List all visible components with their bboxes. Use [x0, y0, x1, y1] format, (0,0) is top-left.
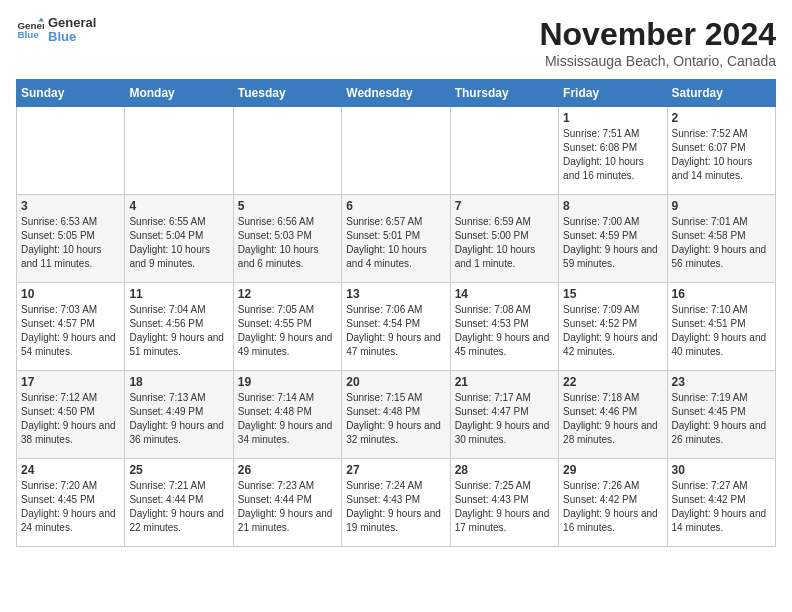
day-info: Sunrise: 7:09 AM Sunset: 4:52 PM Dayligh… — [563, 303, 662, 359]
day-cell: 13Sunrise: 7:06 AM Sunset: 4:54 PM Dayli… — [342, 283, 450, 371]
header: General Blue General Blue November 2024 … — [16, 16, 776, 69]
day-number: 18 — [129, 375, 228, 389]
day-info: Sunrise: 7:21 AM Sunset: 4:44 PM Dayligh… — [129, 479, 228, 535]
day-cell: 29Sunrise: 7:26 AM Sunset: 4:42 PM Dayli… — [559, 459, 667, 547]
week-row-4: 17Sunrise: 7:12 AM Sunset: 4:50 PM Dayli… — [17, 371, 776, 459]
day-cell: 24Sunrise: 7:20 AM Sunset: 4:45 PM Dayli… — [17, 459, 125, 547]
day-number: 5 — [238, 199, 337, 213]
day-info: Sunrise: 7:26 AM Sunset: 4:42 PM Dayligh… — [563, 479, 662, 535]
day-number: 28 — [455, 463, 554, 477]
day-cell: 23Sunrise: 7:19 AM Sunset: 4:45 PM Dayli… — [667, 371, 775, 459]
day-info: Sunrise: 7:18 AM Sunset: 4:46 PM Dayligh… — [563, 391, 662, 447]
calendar-table: SundayMondayTuesdayWednesdayThursdayFrid… — [16, 79, 776, 547]
weekday-header-thursday: Thursday — [450, 80, 558, 107]
title-area: November 2024 Mississauga Beach, Ontario… — [539, 16, 776, 69]
day-info: Sunrise: 6:59 AM Sunset: 5:00 PM Dayligh… — [455, 215, 554, 271]
day-cell: 11Sunrise: 7:04 AM Sunset: 4:56 PM Dayli… — [125, 283, 233, 371]
weekday-header-wednesday: Wednesday — [342, 80, 450, 107]
day-info: Sunrise: 6:55 AM Sunset: 5:04 PM Dayligh… — [129, 215, 228, 271]
svg-text:Blue: Blue — [17, 30, 39, 41]
day-cell — [450, 107, 558, 195]
day-number: 24 — [21, 463, 120, 477]
day-info: Sunrise: 7:03 AM Sunset: 4:57 PM Dayligh… — [21, 303, 120, 359]
day-number: 30 — [672, 463, 771, 477]
day-number: 1 — [563, 111, 662, 125]
day-cell: 26Sunrise: 7:23 AM Sunset: 4:44 PM Dayli… — [233, 459, 341, 547]
day-number: 20 — [346, 375, 445, 389]
day-cell: 10Sunrise: 7:03 AM Sunset: 4:57 PM Dayli… — [17, 283, 125, 371]
day-number: 19 — [238, 375, 337, 389]
day-info: Sunrise: 7:15 AM Sunset: 4:48 PM Dayligh… — [346, 391, 445, 447]
weekday-header-saturday: Saturday — [667, 80, 775, 107]
day-info: Sunrise: 6:57 AM Sunset: 5:01 PM Dayligh… — [346, 215, 445, 271]
day-info: Sunrise: 6:53 AM Sunset: 5:05 PM Dayligh… — [21, 215, 120, 271]
day-info: Sunrise: 7:27 AM Sunset: 4:42 PM Dayligh… — [672, 479, 771, 535]
day-info: Sunrise: 6:56 AM Sunset: 5:03 PM Dayligh… — [238, 215, 337, 271]
day-cell: 4Sunrise: 6:55 AM Sunset: 5:04 PM Daylig… — [125, 195, 233, 283]
day-cell: 30Sunrise: 7:27 AM Sunset: 4:42 PM Dayli… — [667, 459, 775, 547]
day-number: 12 — [238, 287, 337, 301]
week-row-2: 3Sunrise: 6:53 AM Sunset: 5:05 PM Daylig… — [17, 195, 776, 283]
day-number: 21 — [455, 375, 554, 389]
day-number: 11 — [129, 287, 228, 301]
weekday-header-tuesday: Tuesday — [233, 80, 341, 107]
day-info: Sunrise: 7:10 AM Sunset: 4:51 PM Dayligh… — [672, 303, 771, 359]
day-info: Sunrise: 7:06 AM Sunset: 4:54 PM Dayligh… — [346, 303, 445, 359]
weekday-header-sunday: Sunday — [17, 80, 125, 107]
day-info: Sunrise: 7:05 AM Sunset: 4:55 PM Dayligh… — [238, 303, 337, 359]
day-number: 17 — [21, 375, 120, 389]
logo-icon: General Blue — [16, 16, 44, 44]
day-number: 6 — [346, 199, 445, 213]
week-row-3: 10Sunrise: 7:03 AM Sunset: 4:57 PM Dayli… — [17, 283, 776, 371]
logo-text: General Blue — [48, 16, 96, 45]
day-number: 8 — [563, 199, 662, 213]
day-cell — [17, 107, 125, 195]
day-cell: 18Sunrise: 7:13 AM Sunset: 4:49 PM Dayli… — [125, 371, 233, 459]
day-info: Sunrise: 7:04 AM Sunset: 4:56 PM Dayligh… — [129, 303, 228, 359]
day-number: 13 — [346, 287, 445, 301]
day-number: 7 — [455, 199, 554, 213]
day-cell: 7Sunrise: 6:59 AM Sunset: 5:00 PM Daylig… — [450, 195, 558, 283]
day-info: Sunrise: 7:23 AM Sunset: 4:44 PM Dayligh… — [238, 479, 337, 535]
day-info: Sunrise: 7:00 AM Sunset: 4:59 PM Dayligh… — [563, 215, 662, 271]
day-info: Sunrise: 7:12 AM Sunset: 4:50 PM Dayligh… — [21, 391, 120, 447]
day-number: 4 — [129, 199, 228, 213]
day-info: Sunrise: 7:14 AM Sunset: 4:48 PM Dayligh… — [238, 391, 337, 447]
day-info: Sunrise: 7:17 AM Sunset: 4:47 PM Dayligh… — [455, 391, 554, 447]
day-number: 9 — [672, 199, 771, 213]
weekday-header-monday: Monday — [125, 80, 233, 107]
day-info: Sunrise: 7:19 AM Sunset: 4:45 PM Dayligh… — [672, 391, 771, 447]
week-row-5: 24Sunrise: 7:20 AM Sunset: 4:45 PM Dayli… — [17, 459, 776, 547]
logo: General Blue General Blue — [16, 16, 96, 45]
day-number: 27 — [346, 463, 445, 477]
day-number: 14 — [455, 287, 554, 301]
day-cell: 3Sunrise: 6:53 AM Sunset: 5:05 PM Daylig… — [17, 195, 125, 283]
day-info: Sunrise: 7:01 AM Sunset: 4:58 PM Dayligh… — [672, 215, 771, 271]
day-cell: 28Sunrise: 7:25 AM Sunset: 4:43 PM Dayli… — [450, 459, 558, 547]
weekday-header-friday: Friday — [559, 80, 667, 107]
month-title: November 2024 — [539, 16, 776, 53]
day-cell: 27Sunrise: 7:24 AM Sunset: 4:43 PM Dayli… — [342, 459, 450, 547]
day-cell — [342, 107, 450, 195]
day-cell: 25Sunrise: 7:21 AM Sunset: 4:44 PM Dayli… — [125, 459, 233, 547]
day-cell: 16Sunrise: 7:10 AM Sunset: 4:51 PM Dayli… — [667, 283, 775, 371]
day-cell: 17Sunrise: 7:12 AM Sunset: 4:50 PM Dayli… — [17, 371, 125, 459]
day-cell: 9Sunrise: 7:01 AM Sunset: 4:58 PM Daylig… — [667, 195, 775, 283]
day-cell — [125, 107, 233, 195]
logo-line1: General — [48, 16, 96, 30]
day-number: 29 — [563, 463, 662, 477]
day-info: Sunrise: 7:24 AM Sunset: 4:43 PM Dayligh… — [346, 479, 445, 535]
day-info: Sunrise: 7:20 AM Sunset: 4:45 PM Dayligh… — [21, 479, 120, 535]
day-cell: 22Sunrise: 7:18 AM Sunset: 4:46 PM Dayli… — [559, 371, 667, 459]
day-cell: 6Sunrise: 6:57 AM Sunset: 5:01 PM Daylig… — [342, 195, 450, 283]
weekday-header-row: SundayMondayTuesdayWednesdayThursdayFrid… — [17, 80, 776, 107]
logo-line2: Blue — [48, 30, 96, 44]
day-cell: 21Sunrise: 7:17 AM Sunset: 4:47 PM Dayli… — [450, 371, 558, 459]
day-cell — [233, 107, 341, 195]
day-cell: 12Sunrise: 7:05 AM Sunset: 4:55 PM Dayli… — [233, 283, 341, 371]
day-cell: 15Sunrise: 7:09 AM Sunset: 4:52 PM Dayli… — [559, 283, 667, 371]
day-cell: 19Sunrise: 7:14 AM Sunset: 4:48 PM Dayli… — [233, 371, 341, 459]
day-number: 23 — [672, 375, 771, 389]
day-cell: 20Sunrise: 7:15 AM Sunset: 4:48 PM Dayli… — [342, 371, 450, 459]
location: Mississauga Beach, Ontario, Canada — [539, 53, 776, 69]
